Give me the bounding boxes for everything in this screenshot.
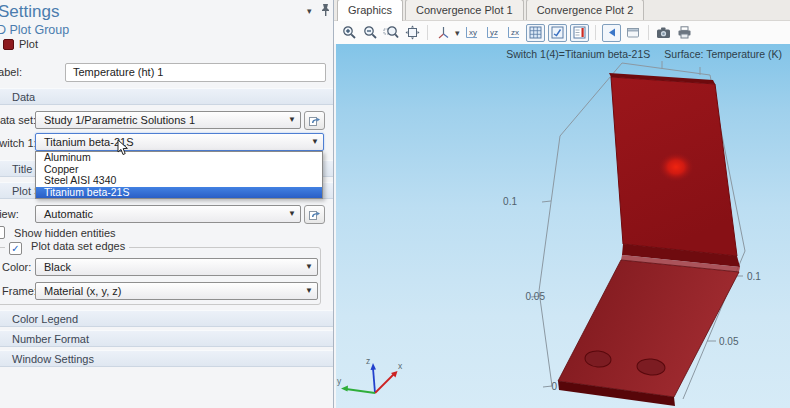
- new-window-button[interactable]: [624, 24, 642, 42]
- color-dropdown[interactable]: Black ▼: [35, 258, 318, 276]
- section-header-window-settings[interactable]: Window Settings: [0, 350, 333, 367]
- frame-dropdown[interactable]: Material (x, y, z) ▼: [35, 282, 318, 300]
- go-to-view-icon: [308, 208, 321, 221]
- section-header-data[interactable]: Data: [0, 88, 333, 105]
- triad-z-label: z: [366, 356, 370, 366]
- bracket-flange: [558, 260, 739, 397]
- temperature-hotspot: [658, 152, 694, 182]
- coordinate-triad: z x y: [337, 356, 403, 393]
- tab-graphics[interactable]: Graphics: [337, 0, 403, 21]
- tick-left-005: 0.05: [526, 291, 546, 302]
- 3d-plot: 0.1 0.05 0 0.1 0.05: [336, 44, 790, 408]
- svg-text:yz: yz: [490, 28, 498, 37]
- plot-title-surface: Surface: Temperature (K): [664, 48, 782, 60]
- checkbox-box[interactable]: [0, 226, 5, 239]
- graphics-toolbar: ▾ xy yz zx: [334, 21, 790, 44]
- view-zx-button[interactable]: zx: [505, 24, 523, 42]
- chevron-down-icon: ▼: [288, 112, 296, 128]
- zoom-box-button[interactable]: [382, 24, 400, 42]
- graphics-canvas[interactable]: Switch 1(4)=Titanium beta-21SSurface: Te…: [336, 44, 790, 408]
- switch-dropdown[interactable]: Titanium beta-21S ▼: [35, 133, 324, 151]
- chevron-down-icon: ▼: [305, 259, 313, 275]
- tick-left-0: 0: [551, 381, 557, 392]
- print-button[interactable]: [676, 24, 694, 42]
- default-3d-view-button[interactable]: [434, 24, 452, 42]
- pin-icon[interactable]: [320, 3, 331, 19]
- plot-title-switch: Switch 1(4)=Titanium beta-21S: [506, 48, 650, 60]
- view-aux-button[interactable]: [304, 205, 325, 224]
- plot-button[interactable]: Plot: [3, 38, 38, 50]
- tab-convergence-plot-2[interactable]: Convergence Plot 2: [526, 0, 645, 20]
- section-header-number-format[interactable]: Number Format: [0, 330, 333, 347]
- plot-button-label: Plot: [19, 38, 38, 50]
- triad-x-label: x: [398, 361, 403, 371]
- option-aluminum[interactable]: Aluminum: [36, 152, 322, 164]
- zoom-out-button[interactable]: [361, 24, 379, 42]
- color-label: Color:: [2, 261, 31, 273]
- view-menu-caret-icon[interactable]: ▾: [455, 28, 460, 38]
- frame-label: Frame:: [2, 285, 37, 297]
- view-label: View:: [0, 208, 19, 220]
- view-dropdown[interactable]: Automatic ▼: [35, 205, 301, 223]
- settings-menu-caret-icon[interactable]: ▾: [307, 6, 312, 16]
- svg-text:xy: xy: [469, 28, 477, 37]
- tick-right-01: 0.1: [747, 271, 761, 282]
- triad-y-label: y: [337, 376, 342, 386]
- checkbox-box[interactable]: ✓: [9, 242, 22, 255]
- view-yz-button[interactable]: yz: [484, 24, 502, 42]
- settings-panel: Settings ▾ 3D Plot Group Plot Label: Tem…: [0, 0, 334, 408]
- dataset-dropdown[interactable]: Study 1/Parametric Solutions 1 ▼: [35, 111, 301, 129]
- label-field[interactable]: Temperature (ht) 1: [65, 63, 326, 82]
- toolbar-separator: [595, 25, 596, 40]
- checkbox-label: Show hidden entities: [14, 227, 116, 239]
- label-field-label: Label:: [0, 66, 22, 78]
- chevron-down-icon: ▼: [311, 134, 319, 150]
- tick-right-005: 0.05: [719, 336, 739, 347]
- checkbox-label: Plot data set edges: [31, 240, 125, 252]
- chevron-down-icon: ▼: [305, 283, 313, 299]
- zoom-extents-button[interactable]: [403, 24, 421, 42]
- toolbar-separator: [648, 25, 649, 40]
- tick-left-01: 0.1: [503, 196, 517, 207]
- option-steel[interactable]: Steel AISI 4340: [36, 175, 322, 187]
- show-grid-button[interactable]: [526, 24, 545, 42]
- go-to-source-icon: [308, 114, 321, 127]
- dataset-label: Data set:: [0, 114, 36, 126]
- option-titanium-selected[interactable]: Titanium beta-21S: [36, 187, 322, 199]
- view-xy-button[interactable]: xy: [463, 24, 481, 42]
- plot-settings-toggle-button[interactable]: [548, 24, 567, 42]
- plot-icon: [3, 39, 14, 50]
- bracket-geometry: [558, 73, 740, 406]
- zoom-in-button[interactable]: [340, 24, 358, 42]
- scene-light-button[interactable]: [602, 24, 621, 42]
- show-legends-button[interactable]: [570, 24, 589, 42]
- switch-options-list: Aluminum Copper Steel AISI 4340 Titanium…: [35, 151, 323, 199]
- settings-subtitle: 3D Plot Group: [0, 23, 69, 37]
- graphics-tab-bar: Graphics Convergence Plot 1 Convergence …: [334, 0, 790, 21]
- svg-text:zx: zx: [511, 28, 519, 37]
- plot-title: Switch 1(4)=Titanium beta-21SSurface: Te…: [492, 48, 782, 60]
- image-snapshot-button[interactable]: [655, 24, 673, 42]
- chevron-down-icon: ▼: [288, 206, 296, 222]
- toolbar-separator: [427, 25, 428, 40]
- comsol-window: Settings ▾ 3D Plot Group Plot Label: Tem…: [0, 0, 790, 408]
- plot-data-set-edges-checkbox[interactable]: ✓ Plot data set edges: [5, 240, 129, 255]
- show-hidden-entities-checkbox[interactable]: Show hidden entities: [0, 226, 116, 239]
- tab-convergence-plot-1[interactable]: Convergence Plot 1: [405, 0, 524, 20]
- settings-title: Settings: [0, 2, 59, 22]
- switch-label: Switch 1:: [0, 137, 37, 149]
- section-header-color-legend[interactable]: Color Legend: [0, 310, 333, 327]
- dataset-aux-button[interactable]: [304, 111, 325, 130]
- mouse-cursor: [117, 139, 129, 158]
